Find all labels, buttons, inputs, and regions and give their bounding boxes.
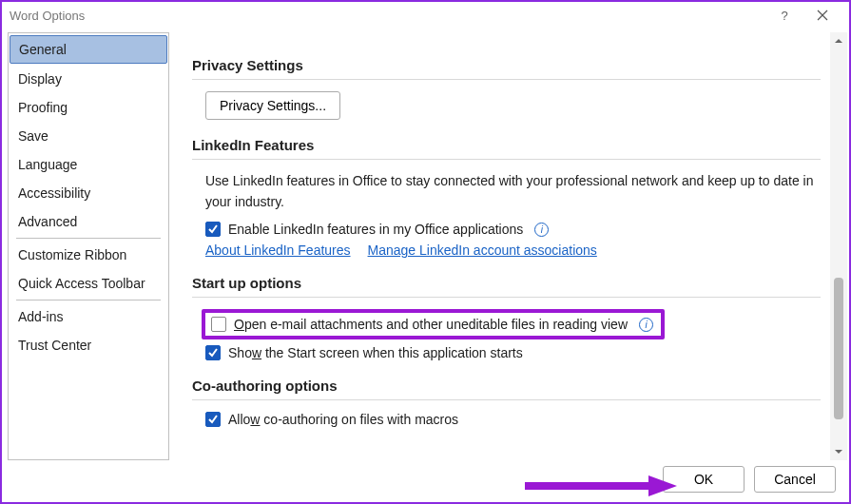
checkbox-show-start-label: Show the Start screen when this applicat… (228, 345, 523, 360)
section-linkedin-heading: LinkedIn Features (192, 137, 821, 153)
sidebar-separator (16, 238, 161, 239)
section-privacy-heading: Privacy Settings (192, 57, 821, 73)
section-rule (192, 399, 821, 400)
highlight-open-reading: Open e-mail attachments and other unedit… (202, 309, 665, 339)
sidebar-item-display[interactable]: Display (9, 65, 168, 93)
privacy-settings-button[interactable]: Privacy Settings... (205, 91, 340, 120)
scroll-track[interactable] (830, 49, 847, 443)
chevron-down-icon (834, 447, 843, 456)
checkbox-coauth-macros-label: Allow co-authoring on files with macros (228, 412, 458, 427)
checkbox-open-reading[interactable] (211, 317, 226, 332)
section-rule (192, 159, 821, 160)
info-icon[interactable]: i (534, 223, 549, 237)
about-linkedin-link[interactable]: About LinkedIn Features (205, 242, 351, 258)
help-button[interactable]: ? (765, 4, 803, 27)
sidebar-item-language[interactable]: Language (9, 150, 168, 179)
section-startup-heading: Start up options (192, 275, 821, 291)
window-title: Word Options (10, 9, 85, 23)
cancel-button[interactable]: Cancel (754, 466, 836, 493)
sidebar-item-customize-ribbon[interactable]: Customize Ribbon (9, 241, 168, 269)
sidebar-item-advanced[interactable]: Advanced (9, 207, 168, 236)
sidebar-item-accessibility[interactable]: Accessibility (9, 179, 168, 207)
close-button[interactable] (803, 4, 841, 27)
sidebar: GeneralDisplayProofingSaveLanguageAccess… (8, 32, 169, 460)
checkbox-coauth-macros[interactable] (205, 412, 221, 427)
checkbox-linkedin-enabled[interactable] (205, 222, 221, 237)
scroll-up-button[interactable] (830, 32, 847, 49)
ok-button[interactable]: OK (663, 466, 745, 493)
titlebar: Word Options ? (2, 2, 849, 29)
section-rule (192, 79, 821, 80)
sidebar-item-proofing[interactable]: Proofing (9, 93, 168, 122)
scroll-down-button[interactable] (830, 443, 847, 460)
sidebar-item-trust-center[interactable]: Trust Center (9, 331, 168, 359)
scroll-thumb[interactable] (834, 278, 843, 419)
content-pane: Privacy Settings Privacy Settings... Lin… (175, 29, 849, 464)
sidebar-separator (16, 300, 161, 300)
sidebar-item-save[interactable]: Save (9, 122, 168, 150)
checkbox-linkedin-label: Enable LinkedIn features in my Office ap… (228, 222, 523, 237)
sidebar-item-general[interactable]: General (10, 35, 167, 64)
linkedin-blurb: Use LinkedIn features in Office to stay … (205, 171, 814, 212)
manage-linkedin-link[interactable]: Manage LinkedIn account associations (368, 242, 597, 258)
scrollbar[interactable] (830, 32, 847, 460)
sidebar-item-add-ins[interactable]: Add-ins (9, 302, 168, 331)
dialog-footer: OK Cancel (2, 464, 849, 502)
chevron-up-icon (834, 36, 843, 46)
checkbox-open-reading-label: Open e-mail attachments and other unedit… (234, 317, 628, 332)
info-icon[interactable]: i (639, 318, 653, 332)
checkbox-show-start-screen[interactable] (205, 345, 221, 360)
section-rule (192, 297, 821, 298)
close-icon (817, 10, 828, 21)
dialog-body: GeneralDisplayProofingSaveLanguageAccess… (2, 29, 849, 464)
section-coauth-heading: Co-authoring options (192, 378, 821, 394)
sidebar-item-quick-access-toolbar[interactable]: Quick Access Toolbar (9, 269, 168, 298)
word-options-dialog: Word Options ? GeneralDisplayProofingSav… (0, 0, 851, 504)
